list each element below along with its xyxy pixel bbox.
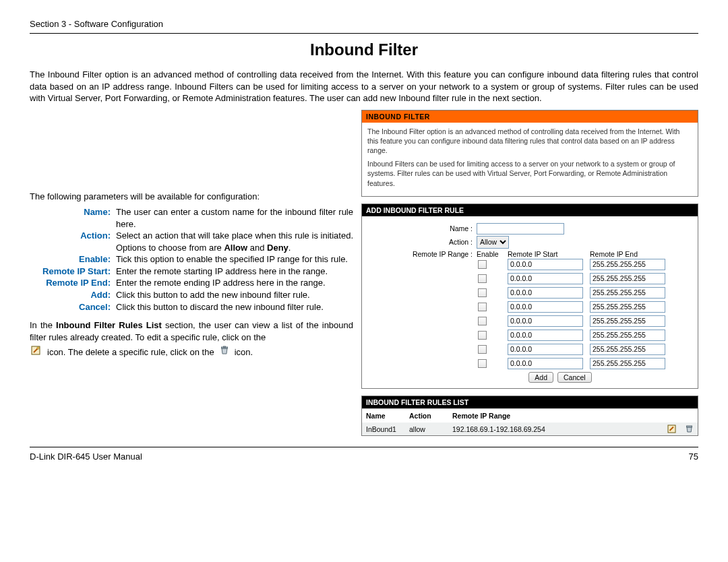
remote-ip-start-input[interactable] — [508, 287, 583, 299]
footer-page-number: 75 — [689, 451, 698, 462]
add-button[interactable]: Add — [528, 372, 553, 383]
rules-intro-pre: In the — [30, 320, 56, 330]
remote-ip-end-input[interactable] — [590, 301, 665, 313]
cancel-button[interactable]: Cancel — [557, 372, 592, 383]
form-name-label: Name : — [369, 224, 477, 232]
trash-icon[interactable] — [685, 425, 694, 433]
remote-ip-end-input[interactable] — [590, 287, 665, 299]
param-action-deny: Deny — [267, 243, 289, 253]
edit-icon[interactable] — [667, 425, 677, 433]
param-add-desc: Click this button to add the new inbound… — [116, 289, 353, 301]
add-filter-rule-panel: ADD INBOUND FILTER RULE Name : Action : … — [361, 204, 698, 389]
ip-range-row — [369, 273, 691, 284]
rules-list-panel: INBOUND FILTER RULES LIST Name Action Re… — [361, 396, 698, 437]
table-row: InBound1allow192.168.69.1-192.168.69.254 — [362, 423, 698, 436]
svg-rect-3 — [223, 346, 225, 348]
enable-checkbox[interactable] — [478, 303, 487, 311]
param-cancel-desc: Click this button to discard the new inb… — [116, 301, 353, 313]
rules-intro-bold: Inbound Filter Rules List — [56, 320, 162, 330]
bottom-divider — [30, 447, 698, 447]
rules-col-range: Remote IP Range — [448, 408, 663, 423]
remote-ip-end-input[interactable] — [590, 315, 665, 327]
remote-ip-start-input[interactable] — [508, 344, 583, 355]
rules-col-action: Action — [405, 408, 448, 423]
remote-ip-end-input[interactable] — [590, 330, 665, 341]
ip-range-row — [369, 315, 691, 327]
param-action-label: Action: — [30, 230, 116, 253]
param-action-desc: Select an action that will take place wh… — [116, 230, 353, 253]
intro-paragraph: The Inbound Filter option is an advanced… — [30, 69, 698, 104]
rule-name: InBound1 — [362, 423, 405, 436]
param-name-label: Name: — [30, 206, 116, 230]
param-end-desc: Enter the remote ending IP address here … — [116, 277, 353, 289]
param-start-desc: Enter the remote starting IP address her… — [116, 266, 353, 278]
footer-manual: D-Link DIR-645 User Manual — [30, 451, 142, 462]
ip-range-row — [369, 301, 691, 313]
remote-ip-end-input[interactable] — [590, 358, 665, 369]
param-enable-label: Enable: — [30, 253, 116, 266]
svg-rect-5 — [687, 426, 692, 427]
rule-action: allow — [405, 423, 448, 436]
col-start: Remote IP Start — [508, 250, 590, 258]
param-cancel-label: Cancel: — [30, 301, 116, 313]
remote-ip-start-input[interactable] — [508, 315, 583, 327]
params-intro: The following parameters will be availab… — [30, 191, 353, 203]
page-title: Inbound Filter — [30, 40, 698, 59]
action-select[interactable]: Allow — [477, 236, 509, 249]
rule-range: 192.168.69.1-192.168.69.254 — [448, 423, 663, 436]
form-action-label: Action : — [369, 238, 477, 246]
remote-ip-start-input[interactable] — [508, 358, 583, 369]
remote-ip-start-input[interactable] — [508, 301, 583, 313]
rules-list-header: INBOUND FILTER RULES LIST — [362, 396, 698, 408]
param-action-allow: Allow — [224, 243, 247, 253]
ip-range-row — [369, 358, 691, 369]
param-action-mid: and — [247, 243, 267, 253]
ip-range-row — [369, 259, 691, 270]
remote-ip-end-input[interactable] — [590, 259, 665, 270]
param-add-label: Add: — [30, 289, 116, 301]
enable-checkbox[interactable] — [478, 359, 487, 368]
form-range-label: Remote IP Range : — [369, 250, 477, 258]
remote-ip-start-input[interactable] — [508, 273, 583, 284]
param-start-label: Remote IP Start: — [30, 266, 116, 278]
inbound-filter-panel: INBOUND FILTER The Inbound Filter option… — [361, 110, 698, 197]
remote-ip-end-input[interactable] — [590, 344, 665, 355]
top-divider — [30, 33, 698, 34]
remote-ip-end-input[interactable] — [590, 273, 665, 284]
trash-icon — [220, 346, 229, 358]
param-name-desc: The user can enter a custom name for the… — [116, 206, 353, 230]
icon-note-text-1: icon. The delete a specific rule, click … — [47, 346, 214, 358]
param-enable-desc: Tick this option to enable the specified… — [116, 253, 353, 266]
inbound-filter-panel-header: INBOUND FILTER — [362, 111, 698, 123]
enable-checkbox[interactable] — [478, 260, 487, 269]
section-header: Section 3 - Software Configuration — [30, 19, 698, 29]
icon-note-text-2: icon. — [235, 346, 253, 358]
svg-rect-1 — [37, 347, 39, 349]
col-enable: Enable — [477, 250, 508, 258]
enable-checkbox[interactable] — [478, 274, 487, 283]
param-action-post: . — [289, 243, 291, 253]
ip-range-row — [369, 287, 691, 299]
ip-range-row — [369, 330, 691, 341]
enable-checkbox[interactable] — [478, 331, 487, 340]
inbound-filter-desc-2: Inbound Filters can be used for limiting… — [367, 159, 692, 188]
icon-note-line: icon. The delete a specific rule, click … — [30, 346, 253, 358]
add-filter-rule-header: ADD INBOUND FILTER RULE — [362, 204, 698, 216]
enable-checkbox[interactable] — [478, 288, 487, 297]
parameter-table: Name: The user can enter a custom name f… — [30, 206, 353, 313]
ip-range-row — [369, 344, 691, 355]
remote-ip-start-input[interactable] — [508, 259, 583, 270]
remote-ip-start-input[interactable] — [508, 330, 583, 341]
enable-checkbox[interactable] — [478, 345, 487, 354]
param-end-label: Remote IP End: — [30, 277, 116, 289]
rules-col-name: Name — [362, 408, 405, 423]
edit-icon — [31, 346, 42, 358]
inbound-filter-desc-1: The Inbound Filter option is an advanced… — [367, 127, 692, 156]
name-input[interactable] — [477, 223, 564, 235]
enable-checkbox[interactable] — [478, 317, 487, 325]
col-end: Remote IP End — [590, 250, 672, 258]
rules-list-intro: In the Inbound Filter Rules List section… — [30, 319, 353, 343]
